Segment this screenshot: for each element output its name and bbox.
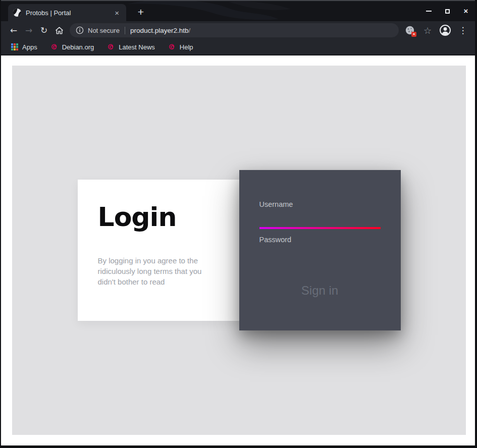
page-title: Login: [98, 202, 219, 232]
bookmark-label: Debian.org: [62, 43, 94, 51]
username-label: Username: [259, 200, 381, 208]
cookie-blocked-icon[interactable]: ×: [403, 23, 417, 37]
browser-window: Protobs | Portal × + × ← → ↻ Not secu: [0, 0, 477, 448]
bookmark-star-icon[interactable]: ☆: [420, 23, 435, 37]
debian-swirl-icon: [107, 43, 115, 51]
back-icon[interactable]: ←: [6, 23, 21, 38]
terms-text: By logging in you agree to the ridiculou…: [98, 255, 210, 287]
bookmark-debian-org[interactable]: Debian.org: [46, 42, 98, 52]
username-underline: [259, 227, 381, 229]
login-form: Username Password Sign in: [259, 200, 381, 298]
security-status-label[interactable]: Not secure: [88, 27, 120, 34]
username-field-group: Username: [259, 200, 381, 229]
info-icon[interactable]: [76, 26, 84, 34]
password-input[interactable]: [259, 244, 381, 262]
url-host[interactable]: product.player2.htb: [130, 27, 189, 34]
bookmark-label: Latest News: [119, 43, 155, 51]
toolbar-icons: × ☆ ⋮: [403, 23, 470, 37]
tab-close-icon[interactable]: ×: [113, 8, 121, 18]
bookmark-label: Apps: [22, 43, 37, 51]
debian-swirl-icon: [168, 43, 176, 51]
maximize-icon[interactable]: [444, 8, 450, 14]
url-divider: [125, 27, 125, 34]
home-icon[interactable]: [51, 23, 67, 38]
bookmarks-bar: Apps Debian.org Latest News Help: [1, 39, 475, 55]
close-window-icon[interactable]: ×: [463, 8, 469, 14]
bookmark-help[interactable]: Help: [164, 42, 197, 52]
login-composition: Login By logging in you agree to the rid…: [78, 170, 401, 330]
login-info-card: Login By logging in you agree to the rid…: [78, 180, 239, 321]
bookmark-label: Help: [180, 43, 193, 51]
browser-toolbar: ← → ↻ Not secure product.player2.htb /: [1, 21, 475, 39]
reload-icon[interactable]: ↻: [36, 23, 51, 38]
page-viewport: Login By logging in you agree to the rid…: [1, 55, 475, 445]
username-input[interactable]: [259, 208, 381, 227]
password-field-group: Password: [259, 236, 381, 262]
new-tab-button[interactable]: +: [134, 6, 147, 19]
password-label: Password: [259, 236, 381, 244]
window-controls: ×: [426, 1, 469, 21]
debian-swirl-icon: [50, 43, 58, 51]
avatar-icon[interactable]: [438, 23, 452, 37]
browser-tab[interactable]: Protobs | Portal ×: [8, 4, 126, 21]
address-bar[interactable]: Not secure product.player2.htb /: [70, 23, 399, 37]
menu-kebab-icon[interactable]: ⋮: [456, 23, 470, 37]
login-form-card: Username Password Sign in: [239, 170, 401, 330]
title-bar: Protobs | Portal × + ×: [1, 0, 475, 21]
tab-title: Protobs | Portal: [26, 9, 113, 17]
sign-in-button[interactable]: Sign in: [301, 284, 338, 298]
bookmark-latest-news[interactable]: Latest News: [103, 42, 159, 52]
globe-favicon-icon: [13, 9, 21, 17]
url-path: /: [188, 27, 190, 34]
bookmark-apps[interactable]: Apps: [7, 42, 41, 52]
page-background-panel: Login By logging in you agree to the rid…: [12, 66, 466, 435]
apps-grid-icon: [11, 43, 18, 50]
forward-icon[interactable]: →: [21, 23, 36, 38]
minimize-icon[interactable]: [426, 8, 432, 14]
blocked-badge-icon: ×: [411, 32, 416, 37]
